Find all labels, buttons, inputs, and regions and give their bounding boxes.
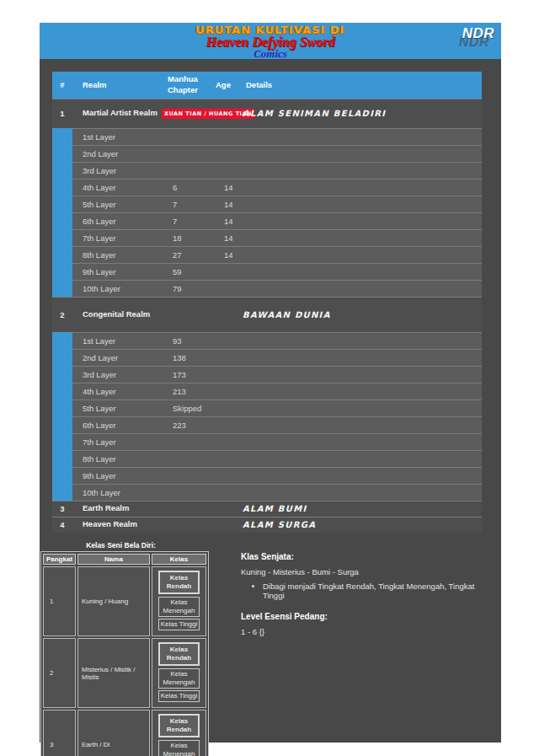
layer-chapter: 93	[162, 332, 209, 349]
martial-class-table: PangkatNamaKelas 1Kuning / HuangKelas Re…	[40, 551, 209, 756]
layer-name: 1st Layer	[72, 128, 162, 145]
layer-name: 7th Layer	[72, 229, 162, 246]
sword-essence-heading: Level Esensi Pedang:	[241, 612, 484, 621]
realm-name: Martial Artist Realm	[72, 99, 162, 128]
layer-row: 8th Layer	[52, 450, 482, 467]
realm-number: 3	[52, 501, 72, 517]
cultivation-table-header: #RealmManhua ChapterAgeDetails	[52, 72, 482, 99]
layer-name: 1st Layer	[72, 332, 162, 349]
layer-name: 3rd Layer	[72, 366, 162, 383]
sword-essence-levels: 1 - 6 {}	[241, 627, 484, 636]
layer-blue-bar	[52, 416, 72, 433]
layer-chapter: Skipped	[162, 399, 209, 416]
layer-age	[209, 484, 243, 501]
page: URUTAN KULTIVASI DI Heaven Defying Sword…	[0, 0, 539, 756]
layer-chapter	[162, 145, 209, 162]
layer-row: 8th Layer2714	[52, 246, 482, 263]
layer-name: 4th Layer	[72, 179, 162, 196]
layer-details	[243, 280, 482, 297]
layer-details	[243, 433, 482, 450]
layer-blue-bar	[52, 162, 72, 179]
layer-row: 2nd Layer138	[52, 349, 482, 366]
layer-chapter: 7	[162, 212, 209, 229]
class-rank: 1	[43, 566, 76, 636]
layer-name: 9th Layer	[72, 263, 162, 280]
layer-chapter: 7	[162, 196, 209, 212]
weapon-class-heading: Klas Senjata:	[241, 552, 484, 561]
layer-details	[243, 349, 482, 366]
layer-chapter: 223	[162, 416, 209, 433]
layer-chapter: 213	[162, 383, 209, 399]
layer-blue-bar	[52, 179, 72, 196]
layer-details	[243, 263, 482, 280]
layer-chapter: 6	[162, 179, 209, 196]
column-header-realm: Realm	[72, 72, 162, 99]
layer-blue-bar	[52, 280, 72, 297]
layer-row: 10th Layer79	[52, 280, 482, 297]
layer-chapter	[162, 467, 209, 484]
layer-details	[243, 484, 482, 501]
layer-chapter	[162, 128, 209, 145]
layer-blue-bar	[52, 246, 72, 263]
layer-row: 10th Layer	[52, 484, 482, 501]
layer-name: 7th Layer	[72, 433, 162, 450]
column-header-num: #	[52, 72, 72, 99]
layer-blue-bar	[52, 212, 72, 229]
layer-age	[209, 416, 243, 433]
layer-row: 4th Layer614	[52, 179, 482, 196]
layer-age	[209, 145, 243, 162]
layer-blue-bar	[52, 433, 72, 450]
martial-class-header: PangkatNamaKelas	[43, 554, 206, 565]
layer-details	[243, 196, 482, 212]
weapon-class-list: Kuning - Misterius - Bumi - Surga	[241, 567, 484, 576]
martial-class-title: Kelas Seni Bela Diri:	[40, 541, 201, 550]
realm-name: Heaven Realm	[72, 517, 162, 533]
layer-row: 2nd Layer	[52, 145, 482, 162]
layer-age	[209, 263, 243, 280]
layer-age	[209, 280, 243, 297]
realm-badge-cell	[162, 517, 243, 533]
class-column-header-3: Kelas	[152, 554, 206, 565]
class-tier-label: Kelas Menengah	[158, 597, 200, 617]
realm-row: 1Martial Artist RealmXUAN TIAN / HUANG T…	[52, 99, 482, 128]
main-body: #RealmManhua ChapterAgeDetails 1Martial …	[40, 59, 501, 743]
layer-row: 3rd Layer173	[52, 366, 482, 383]
layer-blue-bar	[52, 263, 72, 280]
realm-name: Earth Realm	[72, 501, 162, 517]
class-column-header-2: Nama	[77, 554, 150, 565]
realm-row: 2Congenital RealmBAWAAN DUNIA	[52, 297, 482, 332]
realm-details: ALAM BUMI	[243, 501, 482, 517]
layer-name: 8th Layer	[72, 246, 162, 263]
layer-details	[243, 332, 482, 349]
layer-blue-bar	[52, 145, 72, 162]
cultivation-table: #RealmManhua ChapterAgeDetails 1Martial …	[52, 72, 482, 533]
layer-chapter	[162, 433, 209, 450]
layer-age: 14	[209, 212, 243, 229]
layer-details	[243, 212, 482, 229]
layer-name: 10th Layer	[72, 280, 162, 297]
martial-class-section: Kelas Seni Bela Diri: PangkatNamaKelas 1…	[40, 541, 201, 756]
realm-details: ALAM SENIMAN BELADIRI	[243, 99, 482, 128]
layer-details	[243, 162, 482, 179]
realm-details: ALAM SURGA	[243, 517, 482, 533]
layer-row: 5th LayerSkipped	[52, 399, 482, 416]
class-tier-cell: Kelas RendahKelas MenengahKelas Tinggi	[152, 566, 206, 636]
layer-blue-bar	[52, 383, 72, 399]
layer-age	[209, 467, 243, 484]
layer-row: 4th Layer213	[52, 383, 482, 399]
layer-row: 7th Layer	[52, 433, 482, 450]
layer-age: 14	[209, 196, 243, 212]
layer-name: 2nd Layer	[72, 145, 162, 162]
layer-blue-bar	[52, 349, 72, 366]
layer-chapter: 18	[162, 229, 209, 246]
class-tier-label: Kelas Menengah	[158, 740, 200, 756]
layer-age	[209, 433, 243, 450]
layer-details	[243, 128, 482, 145]
realm-number: 4	[52, 517, 72, 533]
layer-row: 6th Layer223	[52, 416, 482, 433]
layer-blue-bar	[52, 229, 72, 246]
layer-chapter: 79	[162, 280, 209, 297]
realm-number: 1	[52, 99, 72, 128]
layer-blue-bar	[52, 399, 72, 416]
layer-chapter	[162, 450, 209, 467]
